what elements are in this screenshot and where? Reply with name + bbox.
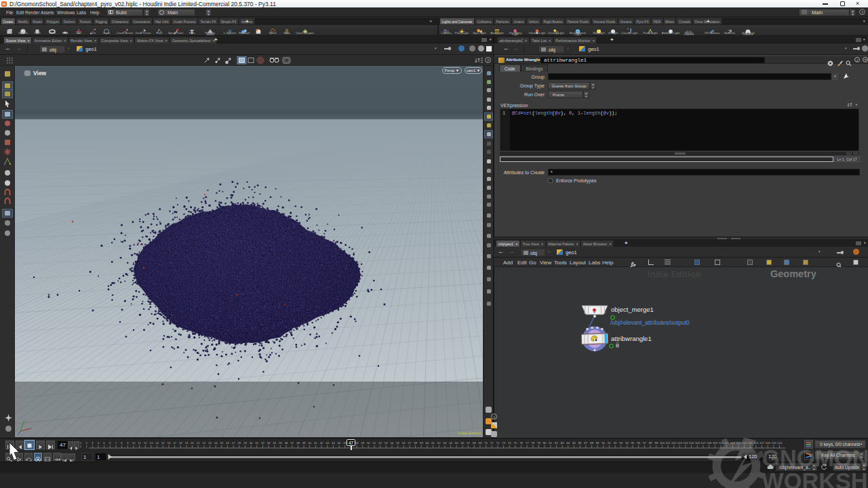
svg-text:79: 79 [537,441,540,445]
svg-text:78: 78 [531,441,534,445]
svg-text:28: 28 [237,441,241,445]
svg-text:16: 16 [167,441,170,445]
svg-text:76: 76 [519,441,523,445]
svg-text:44: 44 [332,441,335,445]
svg-text:59: 59 [420,441,423,445]
svg-text:5: 5 [103,441,105,445]
svg-text:100: 100 [660,441,665,445]
svg-text:103: 103 [677,441,683,445]
svg-text:19: 19 [184,441,188,445]
svg-text:12: 12 [144,441,147,445]
svg-text:104: 104 [683,441,688,445]
svg-text:object_merge1: object_merge1 [611,306,654,313]
svg-text:65: 65 [455,441,458,445]
svg-text:35: 35 [279,441,282,445]
svg-text:22: 22 [202,441,205,445]
svg-text:71: 71 [490,441,494,445]
svg-text:72: 72 [496,441,499,445]
svg-text:1: 1 [80,441,82,445]
svg-text:17: 17 [173,441,176,445]
svg-text:62: 62 [437,441,441,445]
svg-text:64: 64 [449,441,452,445]
svg-text:8: 8 [121,441,123,445]
svg-text:51: 51 [373,441,376,445]
svg-text:45: 45 [338,441,341,445]
svg-text:75: 75 [513,441,517,445]
svg-text:94: 94 [625,441,629,445]
svg-text:80: 80 [543,441,547,445]
svg-text:25: 25 [220,441,223,445]
svg-text:69: 69 [478,441,481,445]
svg-text:67: 67 [467,441,470,445]
svg-text:63: 63 [443,441,446,445]
svg-text:14: 14 [155,441,159,445]
svg-text:42: 42 [320,441,323,445]
svg-text:85: 85 [572,441,576,445]
svg-text:107: 107 [701,441,706,445]
svg-text:53: 53 [384,441,388,445]
svg-text:96: 96 [637,441,640,445]
svg-text:6: 6 [109,441,111,445]
svg-text:55: 55 [396,441,399,445]
svg-text:31: 31 [255,441,258,445]
svg-text:81: 81 [549,441,552,445]
svg-text:60: 60 [425,441,429,445]
svg-text:102: 102 [671,441,677,445]
svg-text:attribwrangle1: attribwrangle1 [611,335,652,342]
svg-text:68: 68 [473,441,476,445]
svg-text:105: 105 [689,441,694,445]
svg-text:83: 83 [561,441,564,445]
svg-text:43: 43 [326,441,329,445]
svg-text:11: 11 [138,441,141,445]
svg-text:61: 61 [431,441,435,445]
svg-text:38: 38 [296,441,300,445]
svg-text:34: 34 [273,441,276,445]
svg-text:89: 89 [596,441,599,445]
svg-text:27: 27 [232,441,235,445]
svg-text:50: 50 [367,441,370,445]
svg-text:70: 70 [484,441,488,445]
svg-text:88: 88 [590,441,593,445]
svg-text:58: 58 [414,441,417,445]
svg-text:39: 39 [302,441,306,445]
svg-text:10: 10 [132,441,135,445]
svg-text:101: 101 [665,441,671,445]
svg-text:52: 52 [378,441,382,445]
svg-text:92: 92 [614,441,617,445]
svg-text:18: 18 [179,441,182,445]
svg-text:21: 21 [197,441,200,445]
svg-text:36: 36 [285,441,288,445]
svg-text:91: 91 [608,441,611,445]
svg-text:99: 99 [654,441,658,445]
svg-text:9: 9 [127,441,129,445]
svg-text:24: 24 [214,441,218,445]
svg-text:106: 106 [695,441,701,445]
svg-text:29: 29 [243,441,247,445]
svg-text:82: 82 [555,441,558,445]
svg-text:49: 49 [361,441,364,445]
svg-text:33: 33 [267,441,271,445]
svg-text:GNOMON: GNOMON [762,445,868,471]
svg-text:4: 4 [98,441,100,445]
svg-text:66: 66 [460,441,464,445]
svg-text:54: 54 [391,441,394,445]
svg-text:84: 84 [566,441,570,445]
svg-text:86: 86 [578,441,582,445]
svg-text:WORKSHOP: WORKSHOP [762,468,868,488]
svg-text:7: 7 [115,441,117,445]
svg-text:77: 77 [526,441,529,445]
svg-text:97: 97 [643,441,646,445]
svg-text:57: 57 [408,441,412,445]
svg-text:48: 48 [355,441,359,445]
svg-text:30: 30 [250,441,253,445]
svg-text:90: 90 [601,441,605,445]
svg-text:73: 73 [502,441,505,445]
svg-text:37: 37 [290,441,294,445]
svg-text:20: 20 [191,441,194,445]
svg-text:23: 23 [208,441,212,445]
svg-text:93: 93 [619,441,623,445]
svg-text:87: 87 [584,441,587,445]
svg-text:74: 74 [508,441,511,445]
svg-text:40: 40 [308,441,311,445]
svg-text:32: 32 [261,441,264,445]
